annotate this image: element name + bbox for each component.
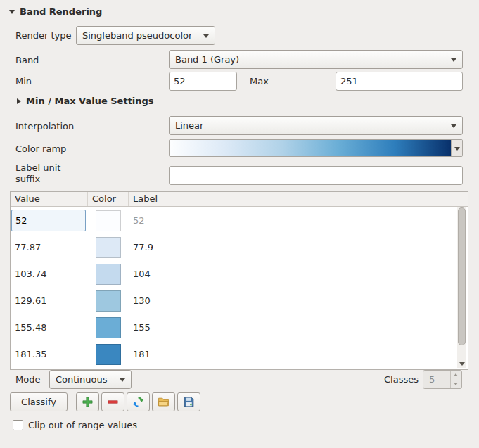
table-header[interactable]: Value Color Label [11, 192, 468, 207]
classify-button-label: Classify [21, 397, 56, 407]
chevron-down-icon [454, 147, 460, 151]
reload-colormap-button[interactable] [127, 392, 150, 411]
label-cell[interactable]: 181 [133, 349, 151, 359]
column-header-label[interactable]: Label [129, 192, 468, 206]
spin-up-icon [451, 371, 461, 380]
value-cell-editor[interactable] [11, 210, 86, 231]
interpolation-label: Interpolation [15, 121, 74, 132]
scroll-down-icon[interactable] [459, 362, 465, 366]
band-rendering-header[interactable]: Band Rendering [9, 6, 102, 17]
color-swatch[interactable] [96, 344, 121, 365]
color-map-table[interactable]: Value Color Label 52 77.87 77.9 103.74 1… [10, 191, 468, 370]
table-row[interactable]: 181.35 181 [11, 341, 457, 368]
collapse-arrow-icon [9, 10, 15, 14]
classes-value: 5 [429, 374, 435, 385]
value-cell[interactable]: 155.48 [15, 322, 47, 333]
spinner-buttons [450, 371, 461, 388]
table-row[interactable]: 52 [11, 207, 457, 234]
band-select[interactable]: Band 1 (Gray) [169, 50, 463, 69]
band-value: Band 1 (Gray) [175, 54, 239, 65]
interpolation-select[interactable]: Linear [169, 116, 463, 135]
minmax-settings-header[interactable]: Min / Max Value Settings [17, 96, 154, 106]
chevron-down-icon [203, 34, 209, 38]
value-cell[interactable]: 129.61 [15, 295, 47, 306]
color-swatch[interactable] [96, 264, 121, 285]
load-colormap-button[interactable] [152, 392, 175, 411]
table-row[interactable]: 103.74 104 [11, 261, 457, 288]
mode-value: Continuous [56, 374, 107, 385]
classify-button[interactable]: Classify [10, 392, 68, 411]
band-rendering-panel: Band Rendering Render type Singleband ps… [0, 0, 479, 448]
render-type-value: Singleband pseudocolor [82, 30, 192, 41]
vertical-scrollbar[interactable] [457, 207, 466, 368]
remove-entry-button[interactable] [101, 392, 124, 411]
classes-label: Classes [380, 374, 419, 385]
label-unit-suffix-label: Label unit suffix [15, 162, 82, 185]
band-label: Band [15, 55, 39, 66]
save-colormap-button[interactable] [177, 392, 200, 411]
add-entry-button[interactable] [76, 392, 99, 411]
label-cell[interactable]: 104 [133, 269, 151, 279]
color-swatch[interactable] [96, 290, 121, 312]
minmax-settings-title: Min / Max Value Settings [26, 96, 154, 106]
column-header-color[interactable]: Color [88, 192, 129, 206]
render-type-label: Render type [15, 30, 71, 41]
color-ramp-label: Color ramp [15, 143, 66, 155]
color-swatch[interactable] [96, 210, 121, 231]
color-swatch[interactable] [96, 317, 121, 338]
interpolation-value: Linear [175, 120, 203, 131]
value-cell[interactable]: 181.35 [15, 349, 47, 359]
spin-down-icon [451, 380, 461, 389]
scrollbar-handle[interactable] [458, 207, 466, 345]
label-cell[interactable]: 130 [133, 295, 151, 306]
section-title: Band Rendering [20, 6, 102, 17]
min-label: Min [15, 76, 32, 87]
chevron-down-icon [451, 58, 456, 62]
refresh-icon [132, 396, 144, 408]
expand-arrow-icon [17, 98, 21, 104]
label-cell[interactable]: 77.9 [133, 242, 153, 252]
chevron-down-icon [120, 378, 125, 382]
min-input[interactable] [169, 72, 237, 91]
label-unit-suffix-input[interactable] [169, 166, 463, 185]
max-input[interactable] [336, 72, 463, 91]
table-row[interactable]: 155.48 155 [11, 314, 457, 341]
classes-spinbox: 5 [423, 370, 462, 389]
color-swatch[interactable] [96, 237, 121, 258]
value-cell[interactable]: 103.74 [15, 269, 47, 279]
max-label: Max [250, 76, 269, 87]
table-row[interactable]: 77.87 77.9 [11, 234, 457, 261]
mode-label: Mode [15, 374, 40, 385]
color-ramp-preview [170, 140, 451, 156]
save-icon [183, 396, 195, 408]
value-cell[interactable]: 77.87 [15, 242, 41, 252]
color-ramp-select[interactable] [169, 139, 463, 157]
minus-icon [107, 396, 119, 408]
chevron-down-icon [451, 124, 456, 128]
mode-select[interactable]: Continuous [49, 370, 132, 389]
color-ramp-dropdown-button[interactable] [451, 140, 462, 156]
table-row[interactable]: 129.61 130 [11, 288, 457, 314]
column-header-value[interactable]: Value [11, 192, 88, 206]
plus-icon [82, 396, 94, 408]
folder-icon [158, 396, 170, 408]
render-type-select[interactable]: Singleband pseudocolor [76, 26, 215, 45]
clip-checkbox-label[interactable]: Clip out of range values [28, 420, 137, 431]
label-cell[interactable]: 155 [133, 322, 151, 333]
label-cell[interactable]: 52 [133, 215, 145, 226]
clip-checkbox[interactable] [13, 420, 23, 430]
